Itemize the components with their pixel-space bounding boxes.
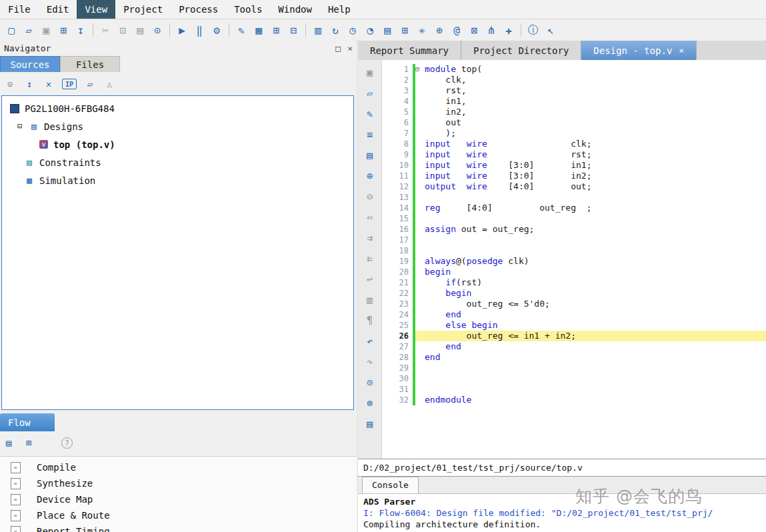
timer-icon[interactable]: ◔ bbox=[361, 22, 379, 38]
code-line-19[interactable]: 19always@(posedge clk) bbox=[382, 256, 766, 267]
tab-design-top-v[interactable]: Design - top.v× bbox=[581, 41, 697, 60]
expand-collapse-icon[interactable]: ↕ bbox=[23, 78, 35, 90]
code-line-2[interactable]: 2 clk, bbox=[382, 75, 766, 85]
menu-help[interactable]: Help bbox=[320, 0, 359, 19]
goto-line-icon[interactable]: ≡ bbox=[363, 127, 377, 142]
code-line-31[interactable]: 31 bbox=[382, 384, 766, 395]
pause-icon[interactable]: ‖ bbox=[191, 22, 208, 38]
save-icon[interactable]: ▣ bbox=[363, 65, 377, 80]
flow-doc-icon[interactable]: ▤ bbox=[3, 437, 15, 449]
close-panel-icon[interactable]: × bbox=[347, 43, 353, 53]
hierarchy-icon[interactable]: ⊟ bbox=[285, 22, 302, 38]
tab-project-directory[interactable]: Project Directory bbox=[461, 41, 581, 60]
code-line-8[interactable]: 8input wire clk; bbox=[382, 139, 766, 149]
tree-item-constraints[interactable]: Constraints bbox=[2, 153, 353, 171]
code-line-15[interactable]: 15 bbox=[382, 213, 766, 224]
flow-step-device-map[interactable]: Device Map bbox=[0, 491, 357, 507]
code-line-1[interactable]: 1⊟module top( bbox=[382, 64, 766, 75]
outdent-icon[interactable]: ⇇ bbox=[363, 251, 377, 266]
tree-item-top-top-v[interactable]: top (top.v) bbox=[2, 135, 353, 153]
code-line-24[interactable]: 24 end bbox=[382, 309, 766, 320]
indent-icon[interactable]: ⇉ bbox=[363, 231, 377, 245]
close-tab-icon[interactable]: × bbox=[679, 45, 684, 55]
code-line-22[interactable]: 22 begin bbox=[382, 288, 766, 299]
help-icon[interactable]: ? bbox=[61, 437, 73, 449]
bookmark-icon[interactable]: ▤ bbox=[363, 148, 377, 163]
tab-sources[interactable]: Sources bbox=[0, 56, 60, 72]
star-icon[interactable]: ✳ bbox=[413, 22, 431, 38]
select-arrow-icon[interactable]: ↖ bbox=[542, 22, 559, 38]
clear-icon[interactable]: ✕ bbox=[43, 78, 55, 90]
flow-step-synthesize[interactable]: Synthesize bbox=[0, 475, 357, 491]
zoom-out-icon[interactable]: ⊖ bbox=[363, 189, 377, 204]
code-area[interactable]: 1⊟module top(2 clk,3 rst,4 in1,5 in2,6 o… bbox=[382, 60, 766, 459]
filter-search-icon[interactable]: ⊙ bbox=[4, 78, 16, 90]
code-line-7[interactable]: 7 ); bbox=[382, 128, 766, 139]
tab-files[interactable]: Files bbox=[60, 56, 120, 72]
flow-step-place-route[interactable]: Place & Route bbox=[0, 507, 357, 523]
code-line-21[interactable]: 21 if(rst) bbox=[382, 277, 766, 288]
warning-icon[interactable]: ⚠ bbox=[103, 78, 115, 90]
code-line-10[interactable]: 10input wire [3:0] in1; bbox=[382, 160, 766, 171]
find-replace-icon[interactable]: ⊚ bbox=[363, 396, 377, 411]
code-line-32[interactable]: 32endmodule bbox=[382, 395, 766, 405]
flow-step-report-timing[interactable]: Report Timing bbox=[0, 523, 357, 532]
new-file-icon[interactable]: ▢ bbox=[3, 22, 20, 38]
code-line-11[interactable]: 11input wire [3:0] in2; bbox=[382, 171, 766, 181]
document-icon[interactable]: ▥ bbox=[309, 22, 327, 38]
chart-icon[interactable]: ⊠ bbox=[465, 22, 483, 38]
flow-button[interactable]: Flow bbox=[0, 413, 55, 431]
columns-icon[interactable]: ▥ bbox=[363, 293, 377, 307]
code-line-27[interactable]: 27 end bbox=[382, 341, 766, 352]
code-line-13[interactable]: 13 bbox=[382, 192, 766, 203]
zoom-fit-icon[interactable]: ⇔ bbox=[363, 210, 377, 225]
code-line-18[interactable]: 18 bbox=[382, 245, 766, 256]
flow-step-compile[interactable]: Compile bbox=[0, 459, 357, 475]
menu-process[interactable]: Process bbox=[171, 0, 226, 19]
code-line-16[interactable]: 16assign out = out_reg; bbox=[382, 224, 766, 235]
tip-icon[interactable]: ⓘ bbox=[525, 22, 542, 38]
open-project-icon[interactable]: ▱ bbox=[20, 22, 37, 38]
code-line-29[interactable]: 29 bbox=[382, 363, 766, 373]
open-source-icon[interactable]: ▱ bbox=[84, 78, 96, 90]
float-panel-icon[interactable]: □ bbox=[335, 43, 341, 53]
tree-item-pg2l100h-6fbg484[interactable]: PG2L100H-6FBG484 bbox=[2, 99, 353, 117]
schematic-icon[interactable]: ⊞ bbox=[267, 22, 285, 38]
clock-icon[interactable]: ◷ bbox=[344, 22, 361, 38]
menu-project[interactable]: Project bbox=[115, 0, 171, 19]
package-icon[interactable]: ⊞ bbox=[396, 22, 413, 38]
wrap-icon[interactable]: ↩ bbox=[363, 272, 377, 287]
import-icon[interactable]: ↧ bbox=[72, 22, 89, 38]
tree-item-simulation[interactable]: Simulation bbox=[2, 171, 353, 189]
fold-marker-icon[interactable]: ⊟ bbox=[415, 64, 425, 75]
download-icon[interactable]: ⊕ bbox=[431, 22, 448, 38]
menu-window[interactable]: Window bbox=[270, 0, 320, 19]
code-line-20[interactable]: 20begin bbox=[382, 267, 766, 277]
ip-core-icon[interactable]: IP bbox=[62, 79, 77, 89]
tab-report-summary[interactable]: Report Summary bbox=[358, 41, 461, 60]
code-line-28[interactable]: 28end bbox=[382, 352, 766, 363]
report-icon[interactable]: ▤ bbox=[379, 22, 396, 38]
code-line-17[interactable]: 17 bbox=[382, 235, 766, 245]
code-line-6[interactable]: 6 out bbox=[382, 117, 766, 128]
code-line-26[interactable]: 26 out_reg <= in1 + in2; bbox=[382, 331, 766, 341]
code-line-9[interactable]: 9input wire rst; bbox=[382, 149, 766, 160]
code-line-12[interactable]: 12output wire [4:0] out; bbox=[382, 181, 766, 192]
code-line-30[interactable]: 30 bbox=[382, 373, 766, 384]
save-all-icon[interactable]: ⊞ bbox=[55, 22, 72, 38]
find-icon[interactable]: ⊙ bbox=[363, 375, 377, 390]
pilcrow-icon[interactable]: ¶ bbox=[363, 313, 377, 328]
code-line-25[interactable]: 25 else begin bbox=[382, 320, 766, 331]
refresh-icon[interactable]: ↻ bbox=[327, 22, 344, 38]
settings-gear-icon[interactable]: ⚙ bbox=[208, 22, 225, 38]
code-line-5[interactable]: 5 in2, bbox=[382, 107, 766, 117]
open-file-icon[interactable]: ▱ bbox=[363, 86, 377, 101]
code-line-4[interactable]: 4 in1, bbox=[382, 96, 766, 107]
code-line-3[interactable]: 3 rst, bbox=[382, 85, 766, 96]
save-as-icon[interactable]: ✎ bbox=[363, 107, 377, 121]
flow-grid-icon[interactable]: ⊞ bbox=[23, 437, 35, 449]
mail-icon[interactable]: @ bbox=[448, 22, 465, 38]
code-line-23[interactable]: 23 out_reg <= 5'd0; bbox=[382, 299, 766, 309]
menu-view[interactable]: View bbox=[77, 0, 115, 19]
debug-icon[interactable]: ✚ bbox=[500, 22, 517, 38]
